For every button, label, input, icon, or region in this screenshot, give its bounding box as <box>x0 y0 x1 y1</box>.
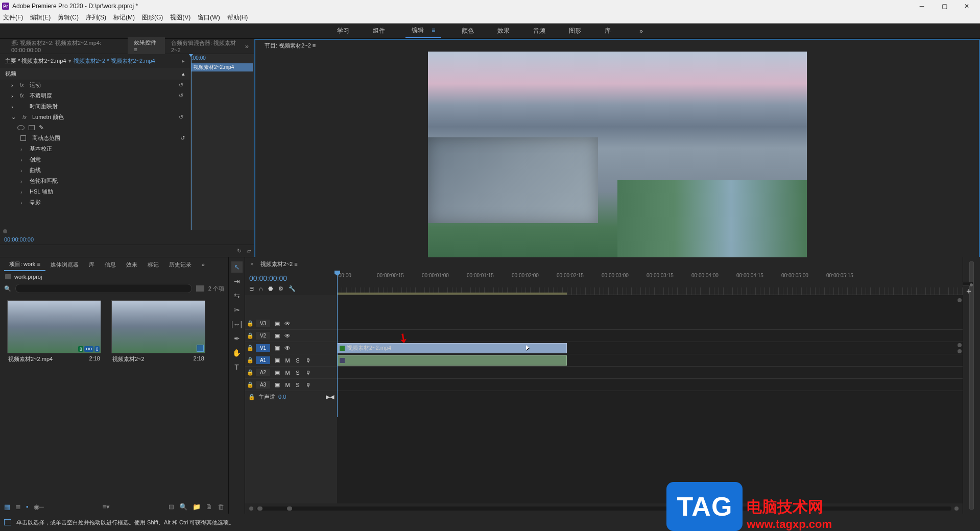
new-bin-icon[interactable]: 📁 <box>193 503 201 511</box>
reset-icon[interactable]: ↺ <box>177 114 185 120</box>
snap-icon[interactable]: ⊟ <box>249 285 254 292</box>
slip-tool-icon[interactable]: |↔| <box>231 319 243 330</box>
menu-clip[interactable]: 剪辑(C) <box>58 13 79 22</box>
track-header-a3[interactable]: 🔒A3▣MS🎙 <box>245 379 337 391</box>
menu-sequence[interactable]: 序列(S) <box>86 13 106 22</box>
tab-overflow[interactable]: » <box>245 42 249 50</box>
tab-libraries[interactable]: 库 <box>84 259 100 271</box>
lumetri-curves[interactable]: ›曲线 <box>0 165 190 176</box>
wrench-icon[interactable]: 🔧 <box>289 285 296 292</box>
automate-icon[interactable]: ⊟ <box>169 503 174 511</box>
selection-tool-icon[interactable]: ↖ <box>231 261 243 273</box>
playhead[interactable] <box>337 271 338 417</box>
eye-icon[interactable]: 👁 <box>284 320 291 327</box>
eye-icon[interactable]: 👁 <box>284 332 291 340</box>
lumetri-hdr[interactable]: 高动态范围 ↺ <box>0 133 190 143</box>
pen-mask-icon[interactable]: ✎ <box>39 124 44 131</box>
menu-view[interactable]: 视图(V) <box>170 13 190 22</box>
ws-edit[interactable]: 编辑 ≡ <box>405 24 441 38</box>
loop-icon[interactable]: ↻ <box>237 248 242 254</box>
marker-add-icon[interactable]: ⬣ <box>268 285 273 292</box>
find-icon[interactable]: 🔍 <box>179 503 187 511</box>
track-select-tool-icon[interactable]: ⇥ <box>231 276 243 287</box>
lumetri-colorwheels[interactable]: ›色轮和匹配 <box>0 176 190 186</box>
minimize-button[interactable]: ─ <box>911 1 933 12</box>
pen-tool-icon[interactable]: ✒ <box>231 333 243 344</box>
linked-selection-icon[interactable]: ∩ <box>259 285 263 292</box>
timeline-video-clip[interactable]: 视频素材2~2.mp4 <box>337 343 567 353</box>
tab-audio-mixer[interactable]: 音频剪辑混合器: 视频素材2~2 <box>165 37 245 55</box>
menu-graphics[interactable]: 图形(G) <box>142 13 163 22</box>
project-item-sequence[interactable]: 视频素材2~22:18 <box>111 300 205 365</box>
timeline-tracks-area[interactable]: 视频素材2~2.mp4 ➘ <box>337 295 963 503</box>
ripple-tool-icon[interactable]: ⇆ <box>231 290 243 301</box>
search-icon[interactable]: 🔍 <box>4 285 11 292</box>
tab-sequence[interactable]: 视频素材2~2 ≡ <box>256 258 301 270</box>
search-input[interactable] <box>15 284 192 293</box>
icon-view-icon[interactable]: ≣ <box>15 503 21 511</box>
effect-lumetri[interactable]: ⌄fxLumetri 颜色↺ <box>0 112 190 123</box>
timeline-ruler[interactable]: :00:00 00:00:00:15 00:00:01:00 00:00:01:… <box>337 271 963 295</box>
target-icon[interactable]: ▣ <box>274 332 281 340</box>
reset-icon[interactable]: ↺ <box>177 82 185 88</box>
ws-learn[interactable]: 学习 <box>334 25 352 37</box>
tab-program[interactable]: 节目: 视频素材2~2 ≡ <box>260 40 320 52</box>
ws-color[interactable]: 颜色 <box>459 25 477 37</box>
effect-timeline[interactable]: :00:00 视频素材2~2.mp4 <box>190 54 254 230</box>
checkbox-icon[interactable] <box>20 135 26 141</box>
lumetri-masks[interactable]: ✎ <box>0 123 190 133</box>
sort-icon[interactable]: ≡▾ <box>103 503 110 511</box>
ws-overflow[interactable]: » <box>636 26 646 37</box>
ellipse-mask-icon[interactable] <box>17 125 25 130</box>
track-header-v3[interactable]: 🔒V3▣👁 <box>245 318 337 330</box>
timeline-timecode[interactable]: 00:00:00:00 <box>249 274 333 282</box>
export-frame-icon[interactable]: ▱ <box>247 248 251 254</box>
razor-tool-icon[interactable]: ✂ <box>231 304 243 316</box>
lock-icon[interactable]: 🔒 <box>245 332 255 339</box>
effect-motion[interactable]: ›fx运动↺ <box>0 80 190 90</box>
lock-icon[interactable]: 🔒 <box>245 357 255 364</box>
settings-icon[interactable]: ⚙ <box>278 285 283 292</box>
track-header-v2[interactable]: 🔒V2▣👁 <box>245 330 337 342</box>
tab-overflow[interactable]: » <box>197 259 210 270</box>
source-timecode[interactable]: 00:00:00:00 <box>0 234 254 245</box>
target-icon[interactable]: ▣ <box>274 369 281 376</box>
maximize-button[interactable]: ▢ <box>933 1 955 12</box>
timeline-close-icon[interactable]: × <box>250 261 253 267</box>
effect-opacity[interactable]: ›fx不透明度↺ <box>0 90 190 101</box>
thumb-slider-icon[interactable]: ◉─ <box>34 503 44 511</box>
project-item-clip[interactable]: ▯HD▯ 视频素材2~2.mp42:18 <box>7 300 101 365</box>
mic-icon[interactable]: 🎙 <box>304 381 312 388</box>
lumetri-hsl[interactable]: ›HSL 辅助 <box>0 186 190 197</box>
target-icon[interactable]: ▣ <box>274 345 281 352</box>
freeform-view-icon[interactable]: ▪ <box>26 503 29 511</box>
lumetri-basic[interactable]: ›基本校正 <box>0 143 190 154</box>
list-view-icon[interactable]: ▦ <box>4 503 10 511</box>
button-editor-icon[interactable]: ＋ <box>965 286 973 297</box>
eye-icon[interactable]: 👁 <box>284 345 291 352</box>
track-header-v1[interactable]: 🔒V1▣👁 <box>245 342 337 354</box>
tab-markers[interactable]: 标记 <box>142 259 164 271</box>
ws-graphics[interactable]: 图形 <box>566 25 584 37</box>
lumetri-creative[interactable]: ›创意 <box>0 154 190 165</box>
timeline-audio-clip[interactable] <box>337 355 567 366</box>
playhead-arrow-icon[interactable]: ▸ <box>182 58 185 64</box>
lock-icon[interactable]: 🔒 <box>245 345 255 351</box>
mic-icon[interactable]: 🎙 <box>304 369 312 376</box>
lock-icon[interactable]: 🔒 <box>245 369 255 376</box>
target-icon[interactable]: ▣ <box>274 320 281 327</box>
reset-icon[interactable]: ↺ <box>177 92 185 99</box>
breadcrumb-master[interactable]: 主要 * 视频素材2~2.mp4 <box>5 57 66 65</box>
ws-effects[interactable]: 效果 <box>494 25 513 37</box>
timeline-hscroll[interactable] <box>256 506 951 511</box>
breadcrumb-clip[interactable]: 视频素材2~2 * 视频素材2~2.mp4 <box>74 57 155 65</box>
tab-source-monitor[interactable]: 源: 视频素材2~2: 视频素材2~2.mp4: 00:00:00:00 <box>5 37 128 55</box>
lock-icon[interactable]: 🔒 <box>245 381 255 388</box>
hand-tool-icon[interactable]: ✋ <box>231 347 243 358</box>
track-header-a2[interactable]: 🔒A2▣MS🎙 <box>245 367 337 379</box>
program-video-view[interactable] <box>255 52 979 266</box>
rect-mask-icon[interactable] <box>29 125 35 130</box>
ws-audio[interactable]: 音频 <box>530 25 548 37</box>
mic-icon[interactable]: 🎙 <box>304 357 312 364</box>
trash-icon[interactable]: 🗑 <box>218 503 224 511</box>
